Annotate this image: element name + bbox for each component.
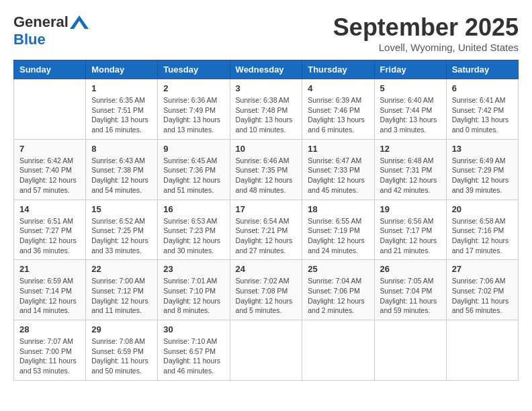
day-info: Sunrise: 6:43 AM Sunset: 7:38 PM Dayligh… <box>91 156 152 195</box>
day-info: Sunrise: 6:53 AM Sunset: 7:23 PM Dayligh… <box>163 216 224 256</box>
day-info: Sunrise: 7:08 AM Sunset: 6:59 PM Dayligh… <box>91 336 152 376</box>
column-header-thursday: Thursday <box>302 60 374 79</box>
day-info: Sunrise: 6:36 AM Sunset: 7:49 PM Dayligh… <box>163 95 224 135</box>
calendar-cell <box>302 320 374 381</box>
day-info: Sunrise: 6:46 AM Sunset: 7:35 PM Dayligh… <box>236 156 297 195</box>
calendar-cell: 16Sunrise: 6:53 AM Sunset: 7:23 PM Dayli… <box>158 199 230 260</box>
day-info: Sunrise: 7:00 AM Sunset: 7:12 PM Dayligh… <box>91 276 152 316</box>
day-number: 27 <box>452 264 513 274</box>
day-number: 19 <box>380 204 441 214</box>
day-info: Sunrise: 6:52 AM Sunset: 7:25 PM Dayligh… <box>91 216 152 256</box>
calendar-cell: 12Sunrise: 6:48 AM Sunset: 7:31 PM Dayli… <box>374 139 446 199</box>
calendar-cell: 7Sunrise: 6:42 AM Sunset: 7:40 PM Daylig… <box>14 139 86 199</box>
day-info: Sunrise: 7:05 AM Sunset: 7:04 PM Dayligh… <box>380 276 441 316</box>
day-number: 17 <box>236 204 297 214</box>
calendar-cell: 2Sunrise: 6:36 AM Sunset: 7:49 PM Daylig… <box>158 79 230 140</box>
calendar-week-row: 14Sunrise: 6:51 AM Sunset: 7:27 PM Dayli… <box>14 199 519 260</box>
calendar-cell: 6Sunrise: 6:41 AM Sunset: 7:42 PM Daylig… <box>446 79 518 140</box>
column-header-wednesday: Wednesday <box>230 60 302 79</box>
day-info: Sunrise: 6:51 AM Sunset: 7:27 PM Dayligh… <box>19 216 80 256</box>
day-info: Sunrise: 6:56 AM Sunset: 7:17 PM Dayligh… <box>380 216 441 256</box>
day-number: 28 <box>19 324 80 334</box>
calendar-header-row: SundayMondayTuesdayWednesdayThursdayFrid… <box>14 60 519 79</box>
day-number: 3 <box>236 83 297 93</box>
day-number: 21 <box>19 264 80 274</box>
day-info: Sunrise: 6:48 AM Sunset: 7:31 PM Dayligh… <box>380 156 441 195</box>
calendar-cell: 4Sunrise: 6:39 AM Sunset: 7:46 PM Daylig… <box>302 79 374 140</box>
calendar-cell: 3Sunrise: 6:38 AM Sunset: 7:48 PM Daylig… <box>230 79 302 140</box>
day-info: Sunrise: 7:04 AM Sunset: 7:06 PM Dayligh… <box>308 276 368 316</box>
calendar-week-row: 7Sunrise: 6:42 AM Sunset: 7:40 PM Daylig… <box>14 139 519 199</box>
calendar-week-row: 28Sunrise: 7:07 AM Sunset: 7:00 PM Dayli… <box>14 320 519 381</box>
calendar-cell: 5Sunrise: 6:40 AM Sunset: 7:44 PM Daylig… <box>374 79 446 140</box>
calendar-cell: 24Sunrise: 7:02 AM Sunset: 7:08 PM Dayli… <box>230 260 302 320</box>
day-number: 26 <box>380 264 441 274</box>
day-number: 18 <box>308 204 368 214</box>
page-header: General Blue September 2025 Lovell, Wyom… <box>13 13 519 53</box>
calendar-cell: 8Sunrise: 6:43 AM Sunset: 7:38 PM Daylig… <box>86 139 158 199</box>
day-info: Sunrise: 7:01 AM Sunset: 7:10 PM Dayligh… <box>163 276 224 316</box>
column-header-monday: Monday <box>86 60 158 79</box>
calendar-cell: 29Sunrise: 7:08 AM Sunset: 6:59 PM Dayli… <box>86 320 158 381</box>
day-number: 9 <box>163 144 224 154</box>
calendar-cell <box>230 320 302 381</box>
day-info: Sunrise: 6:38 AM Sunset: 7:48 PM Dayligh… <box>236 95 297 135</box>
day-number: 13 <box>452 144 513 154</box>
day-number: 5 <box>380 83 441 93</box>
calendar-cell: 21Sunrise: 6:59 AM Sunset: 7:14 PM Dayli… <box>14 260 86 320</box>
day-info: Sunrise: 6:55 AM Sunset: 7:19 PM Dayligh… <box>308 216 368 256</box>
day-info: Sunrise: 6:54 AM Sunset: 7:21 PM Dayligh… <box>236 216 297 256</box>
column-header-saturday: Saturday <box>446 60 518 79</box>
logo: General Blue <box>13 13 89 48</box>
day-number: 4 <box>308 83 368 93</box>
day-number: 11 <box>308 144 368 154</box>
calendar-cell: 19Sunrise: 6:56 AM Sunset: 7:17 PM Dayli… <box>374 199 446 260</box>
day-number: 7 <box>19 144 80 154</box>
title-block: September 2025 Lovell, Wyoming, United S… <box>333 13 519 53</box>
day-number: 24 <box>236 264 297 274</box>
calendar-cell: 25Sunrise: 7:04 AM Sunset: 7:06 PM Dayli… <box>302 260 374 320</box>
calendar-cell: 27Sunrise: 7:06 AM Sunset: 7:02 PM Dayli… <box>446 260 518 320</box>
calendar-cell: 10Sunrise: 6:46 AM Sunset: 7:35 PM Dayli… <box>230 139 302 199</box>
day-info: Sunrise: 6:35 AM Sunset: 7:51 PM Dayligh… <box>91 95 152 135</box>
day-info: Sunrise: 6:49 AM Sunset: 7:29 PM Dayligh… <box>452 156 513 195</box>
calendar-cell: 23Sunrise: 7:01 AM Sunset: 7:10 PM Dayli… <box>158 260 230 320</box>
day-number: 16 <box>163 204 224 214</box>
calendar-cell <box>14 79 86 140</box>
day-info: Sunrise: 7:06 AM Sunset: 7:02 PM Dayligh… <box>452 276 513 316</box>
calendar-cell: 28Sunrise: 7:07 AM Sunset: 7:00 PM Dayli… <box>14 320 86 381</box>
day-number: 23 <box>163 264 224 274</box>
day-number: 29 <box>91 324 152 334</box>
day-info: Sunrise: 6:40 AM Sunset: 7:44 PM Dayligh… <box>380 95 441 135</box>
calendar-cell: 15Sunrise: 6:52 AM Sunset: 7:25 PM Dayli… <box>86 199 158 260</box>
logo-blue-text: Blue <box>13 31 46 48</box>
calendar-cell: 14Sunrise: 6:51 AM Sunset: 7:27 PM Dayli… <box>14 199 86 260</box>
day-number: 30 <box>163 324 224 334</box>
day-number: 20 <box>452 204 513 214</box>
calendar-cell: 22Sunrise: 7:00 AM Sunset: 7:12 PM Dayli… <box>86 260 158 320</box>
column-header-tuesday: Tuesday <box>158 60 230 79</box>
calendar-cell <box>374 320 446 381</box>
month-title: September 2025 <box>333 13 519 42</box>
day-number: 22 <box>91 264 152 274</box>
day-info: Sunrise: 6:45 AM Sunset: 7:36 PM Dayligh… <box>163 156 224 195</box>
day-number: 6 <box>452 83 513 93</box>
logo-icon <box>70 15 89 29</box>
calendar-cell: 11Sunrise: 6:47 AM Sunset: 7:33 PM Dayli… <box>302 139 374 199</box>
column-header-friday: Friday <box>374 60 446 79</box>
calendar-week-row: 21Sunrise: 6:59 AM Sunset: 7:14 PM Dayli… <box>14 260 519 320</box>
calendar-week-row: 1Sunrise: 6:35 AM Sunset: 7:51 PM Daylig… <box>14 79 519 140</box>
calendar-cell: 30Sunrise: 7:10 AM Sunset: 6:57 PM Dayli… <box>158 320 230 381</box>
day-number: 12 <box>380 144 441 154</box>
day-info: Sunrise: 6:39 AM Sunset: 7:46 PM Dayligh… <box>308 95 368 135</box>
day-info: Sunrise: 6:58 AM Sunset: 7:16 PM Dayligh… <box>452 216 513 256</box>
calendar-cell: 26Sunrise: 7:05 AM Sunset: 7:04 PM Dayli… <box>374 260 446 320</box>
day-info: Sunrise: 7:07 AM Sunset: 7:00 PM Dayligh… <box>19 336 80 376</box>
location-text: Lovell, Wyoming, United States <box>333 42 519 53</box>
calendar-cell: 13Sunrise: 6:49 AM Sunset: 7:29 PM Dayli… <box>446 139 518 199</box>
calendar-cell: 18Sunrise: 6:55 AM Sunset: 7:19 PM Dayli… <box>302 199 374 260</box>
day-number: 25 <box>308 264 368 274</box>
calendar-cell: 17Sunrise: 6:54 AM Sunset: 7:21 PM Dayli… <box>230 199 302 260</box>
day-info: Sunrise: 6:41 AM Sunset: 7:42 PM Dayligh… <box>452 95 513 135</box>
day-number: 14 <box>19 204 80 214</box>
